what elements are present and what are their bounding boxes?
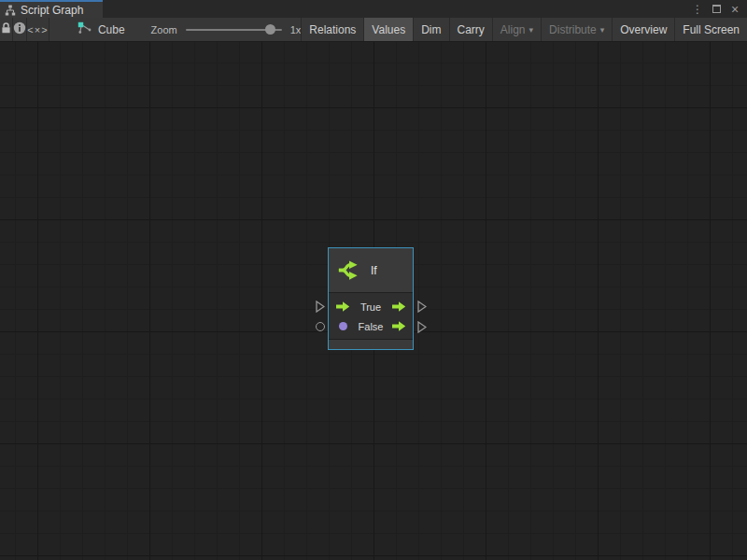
- external-true-output-triangle[interactable]: [417, 301, 427, 315]
- graph-canvas[interactable]: If True False: [0, 42, 747, 560]
- graph-owner-label: Cube: [98, 23, 125, 36]
- relations-button[interactable]: Relations: [301, 18, 363, 41]
- false-output-port[interactable]: [391, 321, 406, 331]
- zoom-slider-handle[interactable]: [265, 24, 275, 35]
- node-title: If: [371, 264, 377, 277]
- graph-hierarchy-icon: [5, 5, 16, 16]
- close-icon[interactable]: ×: [727, 2, 742, 17]
- external-value-input-circle[interactable]: [316, 322, 325, 331]
- zoom-control: Zoom 1x: [151, 18, 302, 41]
- if-node-footer: [329, 339, 413, 349]
- more-menu-icon[interactable]: ⋮: [690, 2, 705, 17]
- fullscreen-button[interactable]: Full Screen: [674, 18, 747, 41]
- true-port-label: True: [350, 301, 391, 313]
- zoom-slider[interactable]: [186, 18, 282, 41]
- condition-input-port[interactable]: [335, 322, 350, 330]
- lock-button[interactable]: [0, 18, 13, 41]
- true-port-row: True: [329, 297, 413, 316]
- code-view-button[interactable]: <×>: [27, 18, 49, 41]
- chevron-down-icon: ▾: [600, 25, 605, 35]
- tab-script-graph[interactable]: Script Graph: [0, 0, 103, 18]
- code-icon: <×>: [27, 24, 48, 35]
- external-flow-input-triangle[interactable]: [316, 301, 325, 315]
- false-port-row: False: [329, 316, 413, 336]
- flow-input-port[interactable]: [335, 301, 350, 312]
- false-port-label: False: [350, 321, 391, 332]
- script-machine-icon: [78, 21, 92, 37]
- true-output-port[interactable]: [391, 301, 406, 312]
- maximize-icon[interactable]: [709, 2, 724, 17]
- graph-owner-button[interactable]: Cube: [72, 18, 131, 41]
- lock-icon: [0, 21, 12, 37]
- dim-button[interactable]: Dim: [413, 18, 448, 41]
- distribute-dropdown[interactable]: Distribute ▾: [541, 18, 612, 41]
- align-dropdown[interactable]: Align ▾: [492, 18, 541, 41]
- if-node-header[interactable]: If: [329, 248, 413, 293]
- info-button[interactable]: [13, 18, 27, 41]
- tab-title: Script Graph: [21, 4, 83, 17]
- graph-toolbar: <×> Cube Zoom 1x Relations Values Dim Ca…: [0, 18, 747, 42]
- if-node-body: True False: [329, 293, 413, 338]
- boolean-value-dot: [339, 322, 347, 330]
- branch-icon: [336, 258, 361, 283]
- zoom-value: 1x: [290, 24, 302, 35]
- external-false-output-triangle[interactable]: [417, 321, 427, 336]
- zoom-label: Zoom: [151, 24, 177, 35]
- chevron-down-icon: ▾: [529, 25, 534, 35]
- if-node[interactable]: If True False: [328, 247, 414, 350]
- values-button[interactable]: Values: [363, 18, 413, 41]
- tab-bar: Script Graph ⋮ ×: [0, 0, 747, 18]
- overview-button[interactable]: Overview: [612, 18, 674, 41]
- carry-button[interactable]: Carry: [449, 18, 492, 41]
- info-icon: [13, 21, 26, 37]
- window-controls: ⋮ ×: [690, 0, 747, 18]
